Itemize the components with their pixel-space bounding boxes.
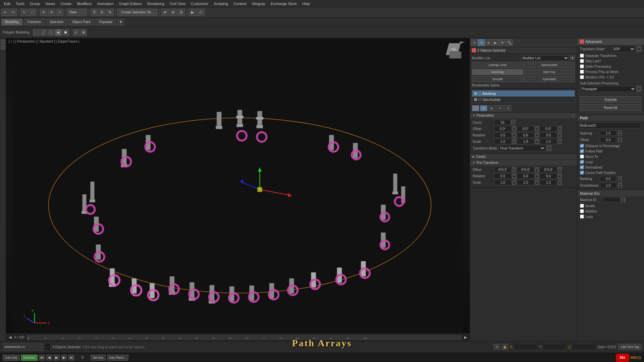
path-offset-input[interactable] bbox=[600, 137, 616, 142]
pt-rot-y[interactable] bbox=[517, 173, 534, 179]
process-poly-cb[interactable] bbox=[580, 70, 584, 74]
center-header[interactable]: ▶ Center bbox=[470, 154, 577, 160]
key-filters-btn[interactable]: Key Filters... bbox=[107, 355, 128, 361]
ptr-z-spin[interactable]: ▲ bbox=[558, 173, 562, 179]
rotation-y-input[interactable] bbox=[517, 132, 534, 138]
move-to-cb[interactable] bbox=[580, 155, 584, 159]
menu-item-edit[interactable]: Edit bbox=[1, 1, 13, 6]
menu-item-content[interactable]: Content bbox=[231, 1, 249, 6]
reference-coord-input[interactable] bbox=[67, 9, 87, 16]
viewport-timeline[interactable]: ◀ 0 / 100 0 5 10 15 20 25 30 35 40 45 bbox=[6, 334, 470, 341]
select-btn[interactable]: ↖ bbox=[20, 9, 28, 16]
pt-offset-x[interactable] bbox=[494, 167, 512, 172]
percent-snap-btn[interactable]: % bbox=[106, 9, 114, 16]
path-name-input[interactable] bbox=[580, 122, 641, 128]
distance-pct-cb[interactable] bbox=[580, 144, 584, 148]
pto-y-spin[interactable]: ▲ bbox=[535, 167, 539, 172]
explode-btn[interactable]: Explode bbox=[580, 96, 641, 103]
pt-scale-x[interactable] bbox=[494, 180, 512, 185]
menu-item-group[interactable]: Group bbox=[27, 1, 43, 6]
oz-spin-up[interactable]: ▲ bbox=[558, 126, 562, 131]
loop-cb[interactable] bbox=[580, 160, 584, 164]
next-frame-btn[interactable]: ▶ bbox=[464, 335, 467, 340]
current-frame-input[interactable] bbox=[76, 355, 89, 361]
smoothness-spin-down[interactable]: ▼ bbox=[618, 185, 622, 188]
offset-z-input[interactable] bbox=[540, 126, 557, 131]
btn-edit-poly[interactable]: Edit Poly bbox=[524, 69, 575, 75]
stack-item-light-1[interactable] bbox=[478, 92, 481, 95]
move-btn[interactable]: ✛ bbox=[40, 9, 47, 16]
smoothness-spin-up[interactable]: ▲ bbox=[618, 183, 622, 185]
playback-play-btn[interactable]: ▶ bbox=[54, 355, 60, 361]
menu-item-scripting[interactable]: Scripting bbox=[211, 1, 231, 6]
stack-list-btn[interactable]: ≡ bbox=[496, 105, 503, 111]
rotation-x-input[interactable] bbox=[494, 132, 512, 138]
viewport-config[interactable]: ⊞ bbox=[80, 29, 87, 36]
transform-order-select[interactable]: SRP RSP bbox=[611, 46, 635, 52]
polygon-mode-poly[interactable]: ■ bbox=[55, 29, 62, 36]
btn-opensubdiv[interactable]: OpenSubdiv bbox=[524, 62, 575, 68]
path-offset-spin-down[interactable]: ▼ bbox=[618, 140, 622, 142]
modifier-list-dropdown[interactable]: Modifier List bbox=[521, 55, 569, 61]
viewport-cube[interactable]: Top bbox=[444, 42, 466, 63]
undo-btn[interactable]: ↩ bbox=[1, 9, 9, 16]
menu-item-views[interactable]: Views bbox=[43, 1, 58, 6]
ry-spin[interactable]: ▲ bbox=[535, 132, 539, 138]
menu-item-graph-editors[interactable]: Graph Editors bbox=[116, 1, 145, 6]
defer-processing-cb[interactable] bbox=[580, 64, 584, 68]
menu-item-help[interactable]: Help bbox=[300, 1, 313, 6]
parameters-collapse-icon[interactable] bbox=[572, 114, 574, 117]
scale-btn[interactable]: ⤡ bbox=[56, 9, 63, 16]
stack-item-light-2[interactable] bbox=[478, 98, 481, 101]
menu-item-customize[interactable]: Customize bbox=[188, 1, 211, 6]
separate-transforms-cb[interactable] bbox=[580, 54, 584, 58]
status-icon-2[interactable]: 🔒 bbox=[502, 344, 508, 350]
rp-icon-modify[interactable]: ⚙ bbox=[478, 39, 485, 46]
tab-object-paint[interactable]: Object Paint bbox=[68, 19, 94, 25]
parameters-header[interactable]: ▼ Parameters bbox=[470, 113, 577, 118]
material-id-input[interactable] bbox=[603, 197, 620, 202]
pt-rot-x[interactable] bbox=[494, 173, 512, 179]
mirror-btn[interactable]: ⇌ bbox=[161, 9, 169, 16]
angle-snap-btn[interactable]: A bbox=[99, 9, 106, 16]
scale-x-input[interactable] bbox=[494, 139, 512, 144]
follow-path-cb[interactable] bbox=[580, 149, 584, 153]
menu-item-create[interactable]: Create bbox=[58, 1, 74, 6]
sy-spin[interactable]: ▲ bbox=[535, 139, 539, 144]
layer-mgr-btn[interactable]: ☰ bbox=[177, 9, 185, 16]
pts-z-spin[interactable]: ▲ bbox=[558, 180, 562, 185]
menu-item-stingray[interactable]: Stingray bbox=[249, 1, 268, 6]
timeline-track[interactable]: 0 5 10 15 20 25 30 35 40 45 50 55 60 65 … bbox=[27, 335, 462, 340]
z-coord-input[interactable] bbox=[572, 344, 595, 350]
spacing-spin-up[interactable]: ▲ bbox=[618, 130, 622, 133]
transform-mode-spin[interactable]: ▼ bbox=[547, 145, 551, 151]
normalized-cb[interactable] bbox=[580, 165, 584, 169]
rz-spin[interactable]: ▲ bbox=[558, 132, 562, 138]
snap-btn[interactable]: S bbox=[91, 9, 98, 16]
viewport[interactable]: [ + ] [ Perspective ] [ Standard ] [ Edg… bbox=[6, 38, 470, 341]
left-btn-2[interactable]: - bbox=[1, 45, 5, 50]
polygon-mode-border[interactable]: □ bbox=[48, 29, 54, 36]
playback-start-btn[interactable]: ⏮ bbox=[39, 355, 45, 361]
transform-mode-select[interactable]: Final Transform Local Transform World Tr… bbox=[498, 145, 545, 151]
btn-smooth[interactable]: Smooth bbox=[472, 76, 523, 82]
align-btn[interactable]: ⊟ bbox=[169, 9, 177, 16]
pt-offset-z[interactable] bbox=[540, 167, 557, 172]
reset-all-btn[interactable]: Reset All bbox=[580, 104, 641, 111]
offset-x-input[interactable] bbox=[494, 126, 512, 131]
rx-spin[interactable]: ▲ bbox=[512, 132, 516, 138]
status-icon-1[interactable]: ⚙ bbox=[494, 344, 500, 350]
pre-transform-header[interactable]: ▼ Pre-Transform bbox=[470, 160, 577, 166]
sub-selection-select[interactable]: Propagate None bbox=[580, 86, 636, 92]
rp-icon-hierarchy[interactable]: ⊕ bbox=[485, 39, 492, 46]
banking-spin-down[interactable]: ▼ bbox=[618, 179, 622, 181]
pts-y-spin[interactable]: ▲ bbox=[535, 180, 539, 185]
pto-x-spin[interactable]: ▲ bbox=[512, 167, 516, 172]
sz-spin[interactable]: ▲ bbox=[558, 139, 562, 144]
tab-more[interactable]: ▼ bbox=[117, 19, 124, 25]
menu-item-exchange[interactable]: Exchange Store bbox=[268, 1, 300, 6]
stack-pin-btn[interactable]: 📌 bbox=[472, 105, 479, 111]
offset-y-input[interactable] bbox=[517, 126, 534, 131]
pto-z-spin[interactable]: ▲ bbox=[558, 167, 562, 172]
oy-spin-up[interactable]: ▲ bbox=[535, 126, 539, 131]
